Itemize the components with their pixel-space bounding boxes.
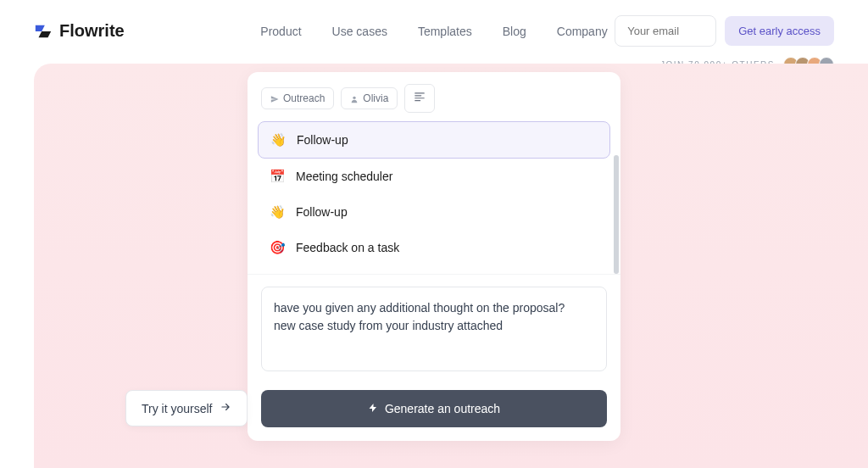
target-icon: 🎯 [270, 240, 286, 255]
generate-button[interactable]: Generate an outreach [261, 390, 607, 427]
wave-icon: 👋 [270, 132, 287, 148]
nav-company[interactable]: Company [557, 25, 608, 38]
arrow-right-icon [220, 401, 231, 415]
template-feedback[interactable]: 🎯 Feedback on a task [258, 230, 610, 265]
nav-product[interactable]: Product [260, 25, 301, 38]
brand-name: Flowrite [59, 21, 125, 41]
email-field[interactable] [615, 15, 716, 47]
template-meeting-scheduler[interactable]: 📅 Meeting scheduler [258, 159, 610, 194]
logo[interactable]: Flowrite [34, 21, 125, 41]
send-icon [270, 94, 279, 103]
main-nav: Product Use cases Templates Blog Company [260, 25, 607, 38]
try-it-yourself-button[interactable]: Try it yourself [125, 390, 248, 426]
logo-icon [34, 22, 53, 41]
template-followup-2[interactable]: 👋 Follow-up [258, 194, 610, 230]
svg-point-0 [353, 97, 356, 99]
template-followup[interactable]: 👋 Follow-up [258, 121, 610, 159]
template-label: Follow-up [297, 133, 348, 147]
chip-recipient-label: Olivia [363, 92, 388, 104]
template-list: 👋 Follow-up 📅 Meeting scheduler 👋 Follow… [248, 121, 620, 274]
wave-icon: 👋 [270, 204, 286, 220]
composer-card: Outreach Olivia 👋 Follow-up 📅 Meeting sc… [248, 72, 620, 441]
nav-templates[interactable]: Templates [418, 25, 472, 38]
nav-blog[interactable]: Blog [503, 25, 526, 38]
message-input[interactable] [261, 287, 607, 371]
scrollbar[interactable] [614, 155, 619, 274]
template-label: Follow-up [296, 205, 348, 219]
align-left-icon [414, 91, 426, 106]
template-label: Feedback on a task [296, 241, 399, 254]
nav-use-cases[interactable]: Use cases [332, 25, 387, 38]
person-icon [350, 94, 359, 103]
chip-outreach[interactable]: Outreach [261, 87, 334, 109]
try-label: Try it yourself [142, 402, 213, 415]
chip-recipient[interactable]: Olivia [341, 87, 398, 109]
format-button[interactable] [404, 84, 435, 113]
calendar-icon: 📅 [270, 169, 286, 184]
chip-outreach-label: Outreach [283, 92, 325, 104]
template-label: Meeting scheduler [296, 170, 392, 183]
bolt-icon [368, 402, 378, 415]
get-early-access-button[interactable]: Get early access [725, 16, 834, 46]
generate-button-label: Generate an outreach [385, 402, 500, 415]
